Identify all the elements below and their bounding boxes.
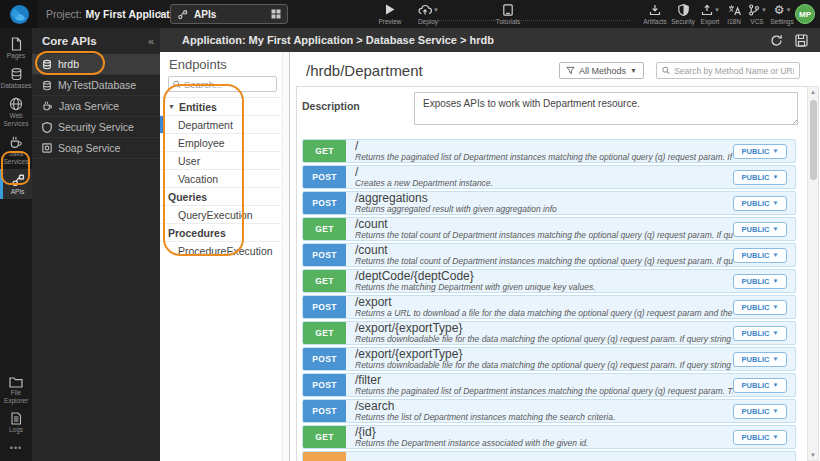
api-method-row[interactable]: POST/Creates a new Department instance.P… [302,165,796,189]
access-dropdown[interactable]: PUBLIC▼ [733,430,787,445]
rail-item-logs[interactable]: Logs [0,408,32,437]
tutorials-button[interactable]: Tutorials [488,3,528,27]
play-icon [385,4,395,15]
apis-icon [11,173,25,187]
core-apis-list: hrdbMyTestDatabaseJava ServiceSecurity S… [32,54,160,159]
endpoints-search[interactable] [168,76,277,92]
rail-item-databases[interactable]: Databases [0,63,32,93]
core-api-item-hrdb[interactable]: hrdb [32,54,160,75]
java-services-icon [9,136,23,149]
artifacts-button[interactable]: Artifacts [638,3,672,27]
endpoint-item-procedureexecution[interactable]: ProcedureExecution [160,241,281,259]
api-method-row[interactable]: GET/deptCode/{deptCode}Returns the match… [302,269,796,293]
access-caret-icon: ▼ [772,330,778,336]
scroll-up-icon[interactable]: ▲ [808,89,818,95]
scroll-down-icon[interactable]: ▼ [808,452,818,458]
description-textarea[interactable]: Exposes APIs to work with Department res… [414,92,798,125]
settings-button[interactable]: ⚙ ▾ Settings [766,3,798,27]
endpoints-group-procedures[interactable]: Procedures [160,223,281,241]
api-method-row[interactable]: POST/exportReturns a URL to download a f… [302,295,796,319]
rail-item-pages[interactable]: Pages [0,33,32,63]
wavemaker-logo[interactable] [0,0,38,28]
access-dropdown[interactable]: PUBLIC▼ [733,196,787,211]
description-label: Description [302,100,360,112]
methods-filter-dropdown[interactable]: All Methods ▼ [559,62,644,79]
endpoints-group-queries[interactable]: Queries [160,187,281,205]
method-badge: GET [303,218,346,240]
access-dropdown[interactable]: PUBLIC▼ [733,248,787,263]
method-text: /countReturns the total count of Departm… [346,244,733,266]
save-icon[interactable] [795,34,808,47]
collapse-panel-icon[interactable]: « [148,35,154,47]
grid-icon[interactable] [271,9,281,19]
core-api-item-mytestdatabase[interactable]: MyTestDatabase [32,75,160,96]
endpoint-item-employee[interactable]: Employee [160,133,281,151]
user-avatar[interactable]: MP [795,4,815,24]
endpoint-item-vacation[interactable]: Vacation [160,169,281,187]
method-text: /Returns the paginated list of Departmen… [346,140,733,162]
access-dropdown[interactable]: PUBLIC▼ [733,378,787,393]
api-method-row[interactable]: POST/filterReturns the paginated list of… [302,373,796,397]
access-dropdown[interactable]: PUBLIC▼ [733,170,787,185]
api-method-row[interactable]: GET/{id}Returns the Department instance … [302,425,796,449]
access-value: PUBLIC [742,225,770,234]
main-scrollbar[interactable]: ▲ ▼ [807,86,819,461]
endpoint-item-department[interactable]: Department [160,115,281,133]
access-caret-icon: ▼ [772,200,778,206]
core-apis-title: Core APIs [42,35,148,47]
api-method-row[interactable]: POST/aggregationsReturns aggregated resu… [302,191,796,215]
api-method-row[interactable]: POST/searchReturns the list of Departmen… [302,399,796,423]
chevron-right-icon: › [158,6,162,20]
access-dropdown[interactable]: PUBLIC▼ [733,326,787,341]
api-method-row[interactable]: POST/export/{exportType}Returns download… [302,347,796,371]
endpoint-item-label: Department [178,119,233,131]
endpoints-group-entities[interactable]: ▼Entities [160,97,281,115]
access-dropdown[interactable]: PUBLIC▼ [733,352,787,367]
endpoints-search-input[interactable] [184,79,272,90]
rail-item-web-services[interactable]: Web Services [0,93,32,131]
method-description: Returns downloadable file for the data m… [355,361,733,370]
access-dropdown[interactable]: PUBLIC▼ [733,144,787,159]
deploy-button[interactable]: ▾ Deploy [408,3,448,27]
core-api-item-soap-service[interactable]: Soap Service [32,138,160,159]
rail-item-file-explorer[interactable]: File Explorer [0,372,32,408]
rail-item-java-services[interactable]: Java Services [0,132,32,169]
soap-icon [42,143,52,153]
methods-caret-icon: ▼ [630,67,637,74]
logs-icon [10,412,22,425]
method-search[interactable] [656,62,800,79]
endpoint-item-user[interactable]: User [160,151,281,169]
access-dropdown[interactable]: PUBLIC▼ [733,274,787,289]
preview-button[interactable]: Preview [372,3,408,27]
endpoint-item-queryexecution[interactable]: QueryExecution [160,205,281,223]
tabstrip-dotted-divider [438,20,630,21]
method-path: /export/{exportType} [355,348,733,361]
api-method-row[interactable] [302,451,796,461]
access-dropdown[interactable]: PUBLIC▼ [733,404,787,419]
project-breadcrumb[interactable]: Project: My First Application [46,0,186,28]
core-api-item-label: hrdb [58,58,79,70]
method-text: /Creates a new Department instance. [346,166,733,188]
access-dropdown[interactable]: PUBLIC▼ [733,222,787,237]
api-method-row[interactable]: GET/export/{exportType}Returns downloada… [302,321,796,345]
access-dropdown[interactable]: PUBLIC▼ [733,300,787,315]
endpoints-group-label: Entities [179,101,217,113]
core-api-item-security-service[interactable]: Security Service [32,117,160,138]
refresh-icon[interactable] [770,34,783,47]
rail-item-label: Logs [9,426,23,434]
method-search-input[interactable] [674,66,794,76]
endpoints-title: Endpoints [160,52,289,76]
tab-apis[interactable]: APIs [170,4,288,24]
method-path: /export [355,296,733,309]
endpoints-group-label: Queries [168,191,207,203]
method-text: /filterReturns the paginated list of Dep… [346,374,733,396]
export-caret-icon: ▾ [715,6,719,14]
rail-overflow-button[interactable]: ••• [0,437,32,461]
rail-item-apis[interactable]: APIs [0,169,32,199]
scrollbar-thumb[interactable] [810,100,817,180]
api-method-row[interactable]: POST/countReturns the total count of Dep… [302,243,796,267]
api-method-row[interactable]: GET/countReturns the total count of Depa… [302,217,796,241]
api-method-row[interactable]: GET/Returns the paginated list of Depart… [302,139,796,163]
core-api-item-java-service[interactable]: Java Service [32,96,160,117]
endpoints-scrollbar[interactable] [282,52,289,461]
